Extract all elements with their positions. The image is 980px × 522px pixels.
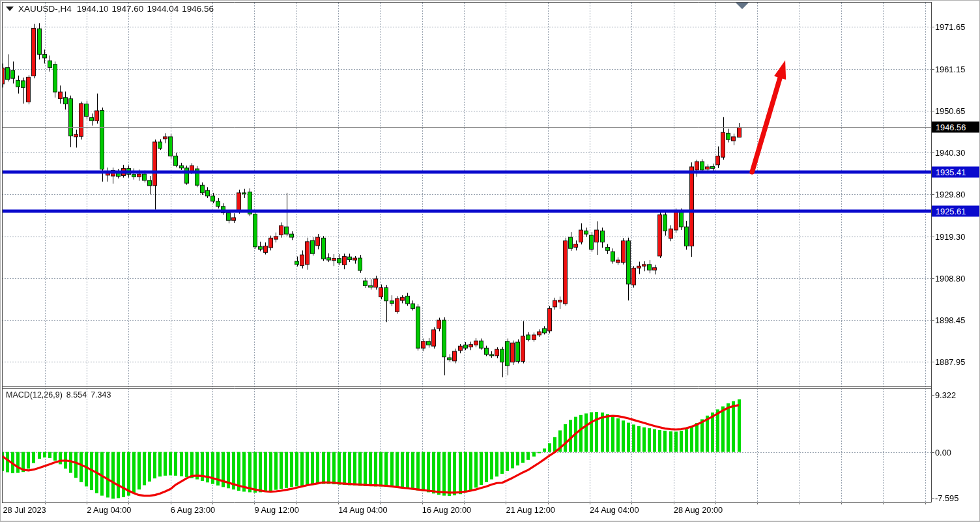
level-price-badge: 1935.41: [932, 166, 979, 177]
ohlc-low-value: 1944.04: [147, 4, 179, 14]
chart-title: XAUUSD-,H41944.101947.601944.041946.56: [6, 4, 214, 14]
price-tick-label: 1950.65: [935, 106, 965, 116]
chart-canvas[interactable]: [1, 1, 980, 522]
time-tick-label: 6 Aug 23:00: [171, 505, 215, 515]
time-tick-label: 9 Aug 12:00: [254, 505, 298, 515]
macd-name-label: MACD(12,26,9): [6, 390, 63, 399]
symbol-period-label: XAUUSD-,H4: [18, 4, 72, 14]
current-price-badge: 1946.56: [932, 122, 979, 133]
macd-main-value: 8.554: [66, 390, 87, 399]
macd-tick-label: 0.00: [935, 447, 951, 457]
level-price-badge: 1925.61: [932, 206, 979, 217]
macd-tick-label: 9.322: [935, 390, 956, 400]
price-tick-label: 1940.30: [935, 147, 965, 157]
price-tick-label: 1919.30: [935, 231, 965, 241]
scroll-to-end-marker-icon[interactable]: [736, 3, 749, 9]
time-tick-label: 14 Aug 04:00: [338, 505, 387, 515]
price-tick-label: 1961.15: [935, 64, 965, 74]
macd-indicator-label: MACD(12,26,9)8.5547.343: [6, 390, 115, 399]
macd-tick-label: -7.595: [935, 493, 958, 503]
chart-window: XAUUSD-,H41944.101947.601944.041946.56 M…: [0, 0, 980, 522]
price-tick-label: 1929.80: [935, 190, 965, 199]
price-tick-label: 1971.65: [935, 22, 965, 32]
time-tick-label: 21 Aug 12:00: [506, 505, 555, 515]
time-tick-label: 24 Aug 04:00: [590, 505, 639, 515]
ohlc-close-value: 1946.56: [182, 4, 214, 14]
time-tick-label: 16 Aug 20:00: [422, 505, 471, 515]
ohlc-high-value: 1947.60: [112, 4, 144, 14]
price-tick-label: 1887.95: [935, 357, 965, 367]
symbol-dropdown-icon[interactable]: [6, 7, 14, 11]
time-tick-label: 2 Aug 04:00: [87, 505, 131, 515]
time-tick-label: 28 Jul 2023: [3, 505, 46, 515]
ohlc-open-value: 1944.10: [77, 4, 109, 14]
time-tick-label: 28 Aug 20:00: [674, 505, 723, 515]
price-tick-label: 1908.80: [935, 274, 965, 283]
price-tick-label: 1898.45: [935, 315, 965, 325]
macd-signal-value: 7.343: [91, 390, 111, 399]
